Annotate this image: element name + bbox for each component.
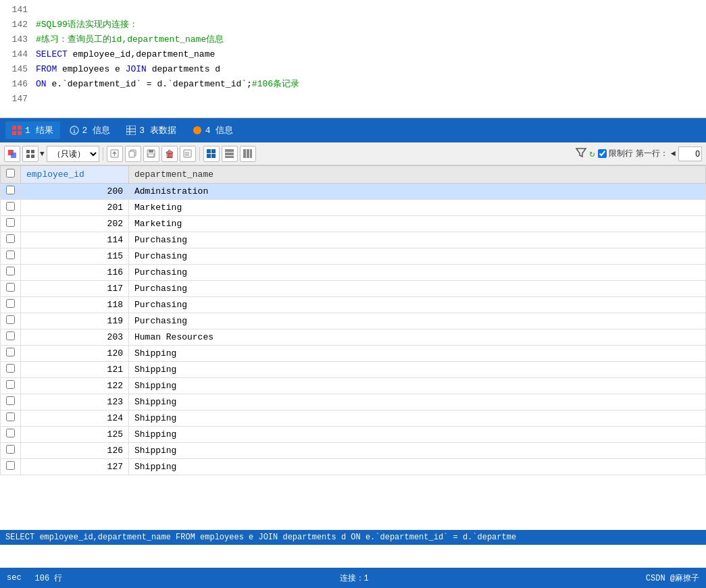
- readonly-select[interactable]: （只读）: [47, 146, 99, 162]
- department-name-cell: Marketing: [129, 200, 706, 216]
- tab-info2[interactable]: 4 信息: [186, 122, 241, 139]
- row-checkbox[interactable]: [6, 234, 15, 243]
- import-button[interactable]: [107, 146, 123, 162]
- row-checkbox[interactable]: [6, 461, 15, 470]
- code-editor: 141 142 #SQL99语法实现内连接： 143 #练习：查询员工的id,d…: [0, 0, 706, 118]
- tab-result[interactable]: 1 结果: [5, 122, 60, 139]
- row-checkbox-cell[interactable]: [1, 443, 21, 459]
- row-checkbox[interactable]: [6, 364, 15, 373]
- svg-rect-28: [207, 154, 211, 158]
- save-button[interactable]: [143, 146, 159, 162]
- row-checkbox-cell[interactable]: [1, 265, 21, 281]
- table-row[interactable]: 117Purchasing: [1, 281, 706, 297]
- row-checkbox-cell[interactable]: [1, 362, 21, 378]
- refresh-icon: ↻: [589, 148, 595, 159]
- table-row[interactable]: 119Purchasing: [1, 313, 706, 329]
- status-rows: 106 行: [35, 572, 63, 584]
- tabs-bar: 1 结果 i 2 信息 3 表数据 4 信息: [0, 118, 706, 142]
- row-checkbox-cell[interactable]: [1, 346, 21, 362]
- table-row[interactable]: 125Shipping: [1, 427, 706, 443]
- svg-rect-22: [149, 150, 153, 153]
- table-row[interactable]: 203Human Resources: [1, 329, 706, 346]
- row-checkbox-cell[interactable]: [1, 200, 21, 216]
- table-row[interactable]: 126Shipping: [1, 443, 706, 459]
- row-checkbox[interactable]: [6, 445, 15, 454]
- employee-id-cell: 121: [21, 362, 129, 378]
- row-checkbox[interactable]: [6, 186, 15, 194]
- row-checkbox[interactable]: [6, 283, 15, 292]
- row-checkbox[interactable]: [6, 429, 15, 437]
- row-checkbox-cell[interactable]: [1, 281, 21, 297]
- row-checkbox-cell[interactable]: [1, 297, 21, 313]
- sql-status-line: SELECT employee_id,department_name FROM …: [0, 530, 706, 545]
- nav-prev-icon[interactable]: ◄: [671, 149, 676, 159]
- row-checkbox[interactable]: [6, 202, 15, 211]
- export-button[interactable]: [4, 146, 20, 162]
- row-checkbox[interactable]: [6, 315, 15, 324]
- info-icon: i: [70, 126, 79, 135]
- row-checkbox-cell[interactable]: [1, 248, 21, 265]
- department-name-cell: Shipping: [129, 443, 706, 459]
- row-checkbox-cell[interactable]: [1, 410, 21, 427]
- row-checkbox[interactable]: [6, 412, 15, 421]
- row-checkbox[interactable]: [6, 396, 15, 405]
- table-row[interactable]: 122Shipping: [1, 378, 706, 394]
- row-checkbox[interactable]: [6, 299, 15, 308]
- grid-view-button[interactable]: [22, 146, 39, 162]
- first-row-input[interactable]: [678, 146, 702, 161]
- table-row[interactable]: 201Marketing: [1, 200, 706, 216]
- svg-rect-26: [207, 149, 211, 153]
- table-row[interactable]: 118Purchasing: [1, 297, 706, 313]
- row-checkbox[interactable]: [6, 250, 15, 259]
- svg-rect-29: [211, 154, 216, 158]
- row-checkbox[interactable]: [6, 331, 15, 340]
- limit-label: 限制行: [609, 148, 633, 159]
- limit-row-checkbox-label[interactable]: 限制行: [598, 148, 633, 159]
- filter-icon: [576, 147, 586, 161]
- row-checkbox-cell[interactable]: [1, 378, 21, 394]
- code-line-145: 145 FROM employees e JOIN departments d: [0, 62, 706, 77]
- row-checkbox-cell[interactable]: [1, 216, 21, 232]
- table-row[interactable]: 123Shipping: [1, 394, 706, 410]
- code-keyword: FROM: [36, 64, 62, 74]
- table-row[interactable]: 124Shipping: [1, 410, 706, 427]
- code-comment: #练习：查询员工的id,department_name信息: [36, 34, 224, 45]
- table-row[interactable]: 121Shipping: [1, 362, 706, 378]
- table-row[interactable]: 114Purchasing: [1, 232, 706, 248]
- layout2-button[interactable]: [222, 146, 238, 162]
- table-row[interactable]: 127Shipping: [1, 459, 706, 475]
- table-row[interactable]: 200Administration: [1, 184, 706, 200]
- code-text: departments d: [147, 64, 220, 74]
- department-name-cell: Shipping: [129, 346, 706, 362]
- table-row[interactable]: 116Purchasing: [1, 265, 706, 281]
- tab-tabledata[interactable]: 3 表数据: [120, 122, 183, 139]
- svg-rect-34: [247, 149, 249, 158]
- row-checkbox-cell[interactable]: [1, 313, 21, 329]
- row-checkbox[interactable]: [6, 380, 15, 389]
- svg-text:i: i: [72, 128, 76, 135]
- row-checkbox-cell[interactable]: [1, 394, 21, 410]
- row-checkbox-cell[interactable]: [1, 184, 21, 200]
- department-name-cell: Purchasing: [129, 281, 706, 297]
- row-checkbox[interactable]: [6, 218, 15, 227]
- table-row[interactable]: 120Shipping: [1, 346, 706, 362]
- table-row[interactable]: 115Purchasing: [1, 248, 706, 265]
- tab-info[interactable]: i 2 信息: [63, 122, 118, 139]
- limit-row-checkbox[interactable]: [598, 149, 607, 158]
- layout1-button[interactable]: [203, 146, 220, 162]
- line-number: 142: [5, 18, 36, 32]
- delete-button[interactable]: 🗑: [161, 146, 178, 162]
- row-checkbox-cell[interactable]: [1, 427, 21, 443]
- row-checkbox[interactable]: [6, 267, 15, 275]
- row-checkbox-cell[interactable]: [1, 459, 21, 475]
- svg-rect-16: [31, 155, 34, 158]
- row-checkbox-cell[interactable]: [1, 329, 21, 346]
- table-row[interactable]: 202Marketing: [1, 216, 706, 232]
- results-table-container[interactable]: employee_id department_name 200Administr…: [0, 165, 706, 530]
- row-checkbox[interactable]: [6, 348, 15, 356]
- select-all-checkbox[interactable]: [6, 169, 15, 178]
- layout3-button[interactable]: [240, 146, 256, 162]
- refresh-button[interactable]: ⊞: [180, 146, 196, 162]
- copy-button[interactable]: [125, 146, 141, 162]
- row-checkbox-cell[interactable]: [1, 232, 21, 248]
